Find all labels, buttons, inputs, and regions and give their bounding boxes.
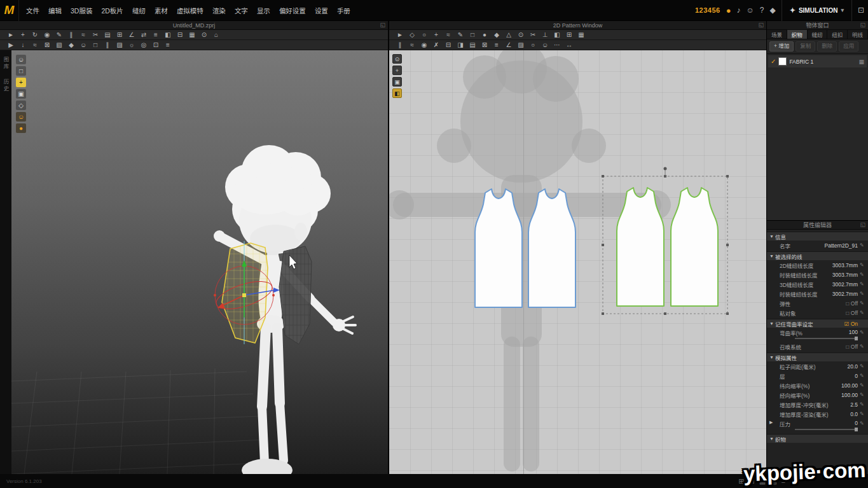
- edit-pencil-icon[interactable]: ✎: [860, 262, 865, 268]
- collapse-arrow-icon[interactable]: ▶: [769, 420, 775, 425]
- rotation-handle[interactable]: [664, 167, 667, 171]
- transform-pattern-tool-icon[interactable]: ►: [394, 31, 406, 39]
- edit-texture-icon[interactable]: ▣: [392, 77, 402, 87]
- edit-pencil-icon[interactable]: ✎: [860, 344, 865, 349]
- wind-icon[interactable]: ≈: [29, 41, 41, 50]
- collapse-arrow-icon[interactable]: ▼: [769, 321, 775, 326]
- show-avatar-icon[interactable]: ☺: [16, 55, 26, 64]
- property-row[interactable]: 层 0 ✎: [767, 371, 868, 380]
- property-row[interactable]: 召唤系统 □ Off ✎: [767, 342, 868, 351]
- object-action-button[interactable]: 应用: [839, 41, 858, 52]
- gift-icon[interactable]: ◆: [769, 6, 775, 14]
- pattern-2d-pair-selected[interactable]: [602, 167, 729, 316]
- coin-icon[interactable]: ●: [726, 6, 731, 15]
- select-mesh-icon[interactable]: ▧: [53, 41, 65, 50]
- pattern-piece-dark[interactable]: [277, 244, 313, 346]
- show-cloth-icon[interactable]: □: [16, 66, 26, 76]
- window-mode-icon[interactable]: ⊡: [858, 6, 864, 14]
- object-action-button[interactable]: + 增加: [769, 41, 794, 52]
- layer-tool-icon[interactable]: ⊟: [174, 31, 186, 39]
- edit-pencil-icon[interactable]: ✎: [860, 411, 865, 417]
- expand-window-icon[interactable]: ◱: [860, 221, 865, 228]
- simulate-icon[interactable]: ▶: [5, 41, 17, 50]
- avatar-pose-icon[interactable]: ☺: [16, 112, 26, 122]
- reset-view-icon[interactable]: ⌂: [210, 31, 222, 39]
- brush-icon[interactable]: ◆: [65, 41, 77, 50]
- property-value[interactable]: 3002.7mm: [832, 291, 860, 297]
- dash-line-tool-icon[interactable]: ⋯: [551, 41, 563, 50]
- property-value[interactable]: 3002.7mm: [832, 281, 860, 288]
- show-pattern-icon[interactable]: ▣: [16, 89, 26, 99]
- edit-pencil-icon[interactable]: ✎: [860, 363, 865, 369]
- property-row[interactable]: ▶ 压力 0 ✎: [767, 419, 868, 433]
- polygon-tool-icon[interactable]: △: [503, 31, 514, 39]
- property-value[interactable]: 2.5: [850, 401, 860, 408]
- property-row[interactable]: 名字 Pattern2D_91 ✎: [767, 241, 868, 250]
- edit-pencil-icon[interactable]: ✎: [860, 242, 865, 248]
- menu-item[interactable]: 3D服装: [66, 4, 97, 17]
- pin-tool-icon[interactable]: ◉: [41, 31, 53, 39]
- property-row[interactable]: 弹性 □ Off ✎: [767, 298, 868, 308]
- layer-2d-icon[interactable]: ⊠: [479, 41, 490, 50]
- grade-tool-icon[interactable]: ⊞: [563, 31, 575, 39]
- show-seam-icon[interactable]: ∥: [102, 41, 113, 50]
- notch-tool-icon[interactable]: ⊥: [539, 31, 551, 39]
- collapse-arrow-icon[interactable]: ▼: [769, 234, 775, 239]
- property-row[interactable]: 增加厚度-渲染(毫米) 0.0 ✎: [767, 409, 868, 419]
- edit-pencil-icon[interactable]: ✎: [860, 281, 865, 287]
- property-row[interactable]: 纬向缩率(%) 100.00 ✎: [767, 380, 868, 390]
- pen-3d-tool-icon[interactable]: ✎: [53, 31, 65, 39]
- menu-item[interactable]: 设置: [310, 4, 333, 17]
- property-value[interactable]: 3003.7mm: [832, 272, 860, 278]
- menu-item[interactable]: 文件: [22, 4, 44, 17]
- move-tool-icon[interactable]: +: [17, 31, 29, 39]
- object-tab[interactable]: 场景: [767, 30, 787, 39]
- pleat-tool-icon[interactable]: ▤: [467, 41, 478, 50]
- cut-tool-icon[interactable]: ✂: [527, 31, 539, 39]
- menu-item[interactable]: 素材: [150, 4, 172, 17]
- annotation-tool-icon[interactable]: ≡: [491, 41, 502, 50]
- expand-window-icon[interactable]: ◱: [380, 22, 385, 28]
- menu-item[interactable]: 缝纫: [128, 4, 150, 17]
- show-garment-icon[interactable]: □: [90, 41, 101, 50]
- sew-segment-tool-icon[interactable]: ∥: [394, 41, 406, 50]
- collapse-arrow-icon[interactable]: ▼: [769, 254, 775, 258]
- zoom-2d-icon[interactable]: ⊙: [392, 54, 402, 64]
- avatar-icon[interactable]: ☺: [78, 41, 89, 50]
- property-row[interactable]: 粘对象 □ Off ✎: [767, 308, 868, 317]
- dock-tab[interactable]: 图库: [2, 57, 10, 70]
- property-row[interactable]: ▼ 记住弯曲率设定 ☑ On ✎: [767, 319, 868, 328]
- menu-item[interactable]: 2D板片: [97, 4, 127, 17]
- help-icon[interactable]: ?: [760, 6, 764, 14]
- pattern-info-icon[interactable]: ○: [527, 41, 539, 50]
- arrange-tool-icon[interactable]: ⊞: [114, 31, 125, 39]
- scissors-tool-icon[interactable]: ✂: [90, 31, 101, 39]
- edit-point-tool-icon[interactable]: ○: [418, 31, 430, 39]
- expand-window-icon[interactable]: ◱: [758, 22, 764, 28]
- flatten-tool-icon[interactable]: ▤: [102, 31, 113, 39]
- slider-track[interactable]: [795, 338, 858, 339]
- property-row[interactable]: ▼ 模拟属性 ✎: [767, 352, 868, 361]
- edit-pencil-icon[interactable]: ✎: [860, 310, 865, 316]
- grid-icon[interactable]: ▦: [186, 31, 198, 39]
- check-icon[interactable]: ✓: [771, 58, 776, 65]
- menu-item[interactable]: 渲染: [208, 4, 230, 17]
- edit-pencil-icon[interactable]: ✎: [860, 401, 865, 407]
- property-value[interactable]: □ Off: [846, 310, 860, 316]
- steam-tool-icon[interactable]: ≡: [150, 31, 162, 39]
- menu-item[interactable]: 偏好设置: [275, 4, 310, 17]
- property-row[interactable]: ▼ 被选择的线 ✎: [767, 251, 868, 260]
- property-value[interactable]: 3003.7mm: [832, 262, 860, 268]
- property-value[interactable]: 20.0: [847, 363, 860, 370]
- show-3d-pattern-icon[interactable]: ◧: [392, 88, 402, 98]
- edit-pencil-icon[interactable]: ✎: [860, 272, 865, 277]
- grid-2d-icon[interactable]: ▦: [575, 31, 587, 39]
- user-icon[interactable]: ☺: [747, 6, 754, 14]
- fabric-swatch[interactable]: [778, 57, 787, 66]
- rectangle-tool-icon[interactable]: □: [467, 31, 478, 39]
- pan-2d-icon[interactable]: +: [392, 66, 402, 75]
- slider-thumb[interactable]: [855, 428, 858, 431]
- edit-pencil-icon[interactable]: ✎: [860, 291, 865, 296]
- property-value[interactable]: 0: [855, 373, 860, 379]
- property-value[interactable]: □ Off: [846, 344, 860, 350]
